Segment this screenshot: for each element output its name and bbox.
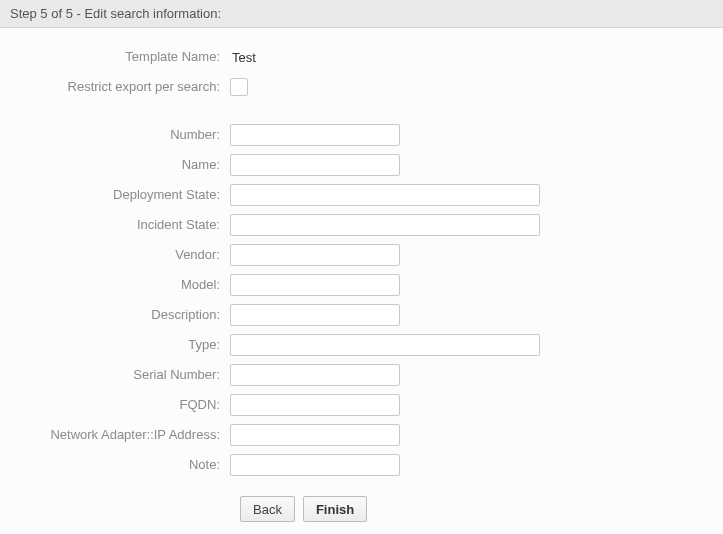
template-name-label: Template Name:	[20, 46, 230, 68]
incident-state-label: Incident State:	[20, 214, 230, 236]
ip-address-label: Network Adapter::IP Address:	[20, 424, 230, 446]
incident-state-input[interactable]	[230, 214, 540, 236]
type-input[interactable]	[230, 334, 540, 356]
restrict-export-label: Restrict export per search:	[20, 76, 230, 98]
number-label: Number:	[20, 124, 230, 146]
model-label: Model:	[20, 274, 230, 296]
note-label: Note:	[20, 454, 230, 476]
vendor-input[interactable]	[230, 244, 400, 266]
deployment-state-label: Deployment State:	[20, 184, 230, 206]
wizard-step-header: Step 5 of 5 - Edit search information:	[0, 0, 723, 28]
back-button[interactable]: Back	[240, 496, 295, 522]
finish-button[interactable]: Finish	[303, 496, 367, 522]
model-input[interactable]	[230, 274, 400, 296]
fqdn-input[interactable]	[230, 394, 400, 416]
description-input[interactable]	[230, 304, 400, 326]
template-name-value: Test	[230, 50, 256, 65]
serial-number-input[interactable]	[230, 364, 400, 386]
description-label: Description:	[20, 304, 230, 326]
name-label: Name:	[20, 154, 230, 176]
form-body: Template Name: Test Restrict export per …	[0, 28, 723, 532]
deployment-state-input[interactable]	[230, 184, 540, 206]
number-input[interactable]	[230, 124, 400, 146]
vendor-label: Vendor:	[20, 244, 230, 266]
wizard-step-title: Step 5 of 5 - Edit search information:	[10, 6, 221, 21]
note-input[interactable]	[230, 454, 400, 476]
serial-number-label: Serial Number:	[20, 364, 230, 386]
fqdn-label: FQDN:	[20, 394, 230, 416]
ip-address-input[interactable]	[230, 424, 400, 446]
restrict-export-checkbox[interactable]	[230, 78, 248, 96]
name-input[interactable]	[230, 154, 400, 176]
type-label: Type:	[20, 334, 230, 356]
